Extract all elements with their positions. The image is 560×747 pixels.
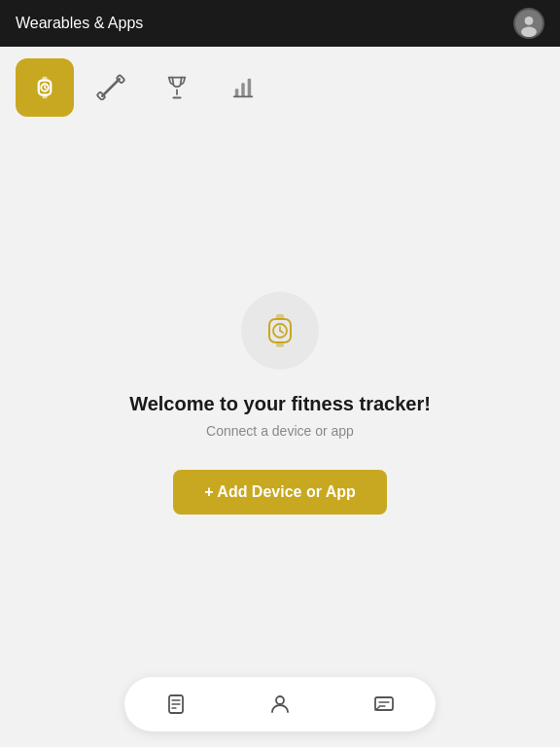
svg-rect-8 — [43, 95, 48, 99]
svg-line-6 — [45, 88, 47, 89]
bottom-nav-profile[interactable] — [257, 681, 303, 728]
bottom-nav-messages[interactable] — [361, 681, 407, 728]
add-device-button[interactable]: + Add Device or App — [173, 470, 387, 515]
svg-line-21 — [280, 331, 283, 333]
watch-icon-circle — [241, 292, 319, 370]
svg-line-9 — [102, 79, 120, 96]
svg-rect-17 — [248, 79, 251, 97]
watch-icon — [259, 309, 301, 352]
documents-icon — [164, 693, 188, 716]
svg-rect-22 — [276, 314, 284, 319]
svg-rect-16 — [241, 83, 245, 96]
svg-rect-15 — [235, 89, 239, 96]
avatar[interactable] — [513, 8, 544, 39]
svg-point-2 — [521, 27, 537, 38]
svg-rect-7 — [43, 77, 48, 81]
tab-chart[interactable] — [214, 58, 272, 117]
tab-workout[interactable] — [82, 58, 140, 117]
header-title: Wearables & Apps — [16, 15, 143, 32]
bottom-nav-bar — [124, 677, 436, 731]
svg-rect-23 — [276, 342, 284, 347]
profile-icon — [268, 693, 292, 716]
tab-watch[interactable] — [16, 58, 74, 117]
app-header: Wearables & Apps — [0, 0, 560, 47]
bottom-nav-documents[interactable] — [153, 681, 199, 728]
top-tab-bar — [0, 47, 560, 128]
svg-point-1 — [525, 17, 534, 25]
messages-icon — [372, 693, 396, 716]
tab-trophy[interactable] — [148, 58, 206, 117]
svg-point-28 — [276, 696, 284, 704]
main-content: Welcome to your fitness tracker! Connect… — [0, 128, 560, 677]
welcome-subtitle: Connect a device or app — [206, 423, 354, 439]
welcome-title: Welcome to your fitness tracker! — [129, 393, 431, 415]
